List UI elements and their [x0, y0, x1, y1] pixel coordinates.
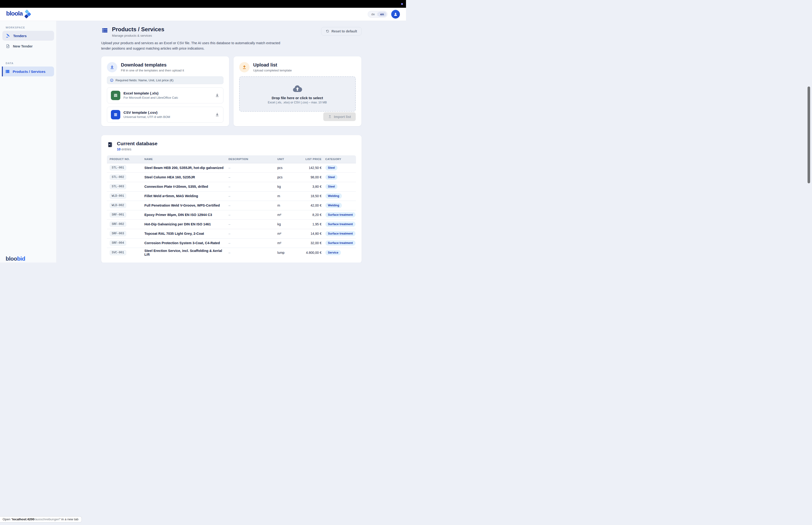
product-name: Steel Erection Service, incl. Scaffoldin… — [142, 249, 226, 256]
product-name: Steel Beam HEB 200, S355JR, hot-dip galv… — [142, 166, 226, 170]
sidebar-item-label: Products / Services — [13, 70, 45, 74]
upload-icon — [239, 62, 249, 72]
column-header-category: Category — [323, 158, 356, 161]
upload-card-title: Upload list — [253, 62, 292, 68]
product-unit: pcs — [275, 175, 296, 179]
table-row: SRF-002 Hot-Dip Galvanizing per DIN EN I… — [107, 220, 356, 229]
csv-template-title: CSV template (.csv) — [124, 110, 170, 115]
table-row: STL-002 Steel Column HEA 160, S235JR – p… — [107, 173, 356, 182]
product-list-price: 98,00 € — [296, 175, 323, 179]
sidebar-item-new-tender[interactable]: New Tender — [2, 41, 54, 51]
excel-template-row[interactable]: Excel template (.xls) For Microsoft Exce… — [107, 87, 224, 103]
product-unit: kg — [275, 222, 296, 226]
product-description: – — [226, 232, 275, 236]
download-csv-icon[interactable] — [215, 112, 219, 117]
product-description: – — [226, 194, 275, 198]
csv-template-row[interactable]: CSV template (.csv) Universal format, UT… — [107, 107, 224, 123]
product-description: – — [226, 251, 275, 255]
product-list-price: 1,95 € — [296, 222, 323, 226]
table-row: WLD-002 Full Penetration Weld V-Groove, … — [107, 201, 356, 210]
import-list-button[interactable]: Import list — [323, 112, 356, 121]
product-name: Topcoat RAL 7035 Light Grey, 2-Coat — [142, 232, 226, 236]
product-description: – — [226, 222, 275, 226]
system-top-bar — [0, 0, 406, 8]
category-badge: Service — [325, 250, 341, 255]
page-subtitle: Manage products & services — [112, 34, 165, 38]
category-badge: Steel — [325, 184, 338, 189]
download-excel-icon[interactable] — [215, 93, 219, 97]
upload-card-subtitle: Upload completed template — [253, 69, 292, 72]
sidebar: Workspace Tenders — [0, 21, 57, 262]
product-no-badge: WLD-001 — [110, 193, 126, 198]
app-header: bloola de en — [0, 8, 406, 21]
product-unit: m² — [275, 241, 296, 245]
download-card-title: Download templates — [121, 62, 184, 68]
sidebar-section-data: Data — [6, 62, 54, 65]
sidebar-item-products-services[interactable]: Products / Services — [2, 66, 54, 76]
product-no-badge: SRF-002 — [110, 222, 126, 227]
product-list-price: 32,00 € — [296, 241, 323, 245]
category-badge: Welding — [325, 203, 342, 208]
page-title: Products / Services — [112, 26, 165, 33]
product-description: – — [226, 213, 275, 217]
list-icon — [5, 69, 10, 74]
language-toggle: de en — [368, 11, 387, 18]
category-badge: Steel — [325, 175, 338, 180]
product-no-badge: SRF-001 — [110, 212, 126, 217]
excel-file-icon — [111, 91, 120, 100]
table-row: SVC-001 Steel Erection Service, incl. Sc… — [107, 248, 356, 257]
product-no-badge: STL-003 — [110, 184, 126, 189]
product-description: – — [226, 241, 275, 245]
current-database-card: Current database 10 entries Product no. … — [101, 135, 362, 262]
entries-count: 10 entries — [117, 147, 158, 151]
table-row: STL-003 Connection Plate t=20mm, S355, d… — [107, 182, 356, 192]
language-option-de[interactable]: de — [369, 12, 377, 17]
dropzone-hint: Excel (.xls, .xlsx) or CSV (.csv) – max.… — [268, 101, 327, 104]
product-name: Epoxy Primer 80µm, DIN EN ISO 12944 C3 — [142, 213, 226, 217]
language-option-en[interactable]: en — [378, 12, 386, 17]
sidebar-item-tenders[interactable]: Tenders — [2, 31, 54, 41]
product-unit: m² — [275, 232, 296, 236]
product-name: Corrosion Protection System 3-Coat, C4-R… — [142, 241, 226, 245]
bloola-logo[interactable]: bloola — [6, 10, 32, 19]
product-list-price: 18,50 € — [296, 194, 323, 198]
product-list-price: 42,00 € — [296, 204, 323, 207]
upload-list-card: Upload list Upload completed template Dr… — [233, 56, 361, 126]
excel-template-subtitle: For Microsoft Excel and LibreOffice Calc — [124, 96, 178, 100]
column-header-name: Name — [142, 158, 226, 161]
product-name: Steel Column HEA 160, S235JR — [142, 175, 226, 179]
file-dropzone[interactable]: Drop file here or click to select Excel … — [239, 76, 356, 111]
bloobid-footer-logo: bloobid — [6, 255, 25, 262]
reset-to-default-button[interactable]: Reset to default — [321, 27, 362, 35]
product-no-badge: SRF-003 — [110, 231, 126, 236]
table-header-row: Product no. Name Description Unit List p… — [107, 155, 356, 163]
download-templates-card: Download templates Fill in one of the te… — [101, 56, 229, 126]
product-name: Fillet Weld a=5mm, MAG Welding — [142, 194, 226, 198]
dropzone-title: Drop file here or click to select — [272, 96, 323, 100]
database-icon — [107, 141, 113, 148]
product-unit: m² — [275, 213, 296, 217]
product-unit: m — [275, 204, 296, 207]
product-unit: lump — [275, 251, 296, 255]
csv-file-icon — [111, 110, 120, 119]
upload-icon — [328, 115, 332, 118]
product-list-price: 3,80 € — [296, 185, 323, 189]
database-title: Current database — [117, 141, 158, 146]
download-card-subtitle: Fill in one of the templates and then up… — [121, 69, 184, 72]
gavel-icon — [6, 33, 10, 38]
file-upload-icon — [6, 44, 10, 48]
csv-template-subtitle: Universal format, UTF-8 with BOM — [124, 115, 170, 119]
product-unit: pcs — [275, 166, 296, 170]
user-avatar-button[interactable] — [391, 10, 400, 18]
product-no-badge: SVC-001 — [110, 250, 126, 255]
info-icon — [110, 78, 113, 82]
column-header-description: Description — [226, 158, 275, 161]
sidebar-section-workspace: Workspace — [6, 26, 54, 29]
table-row: SRF-003 Topcoat RAL 7035 Light Grey, 2-C… — [107, 229, 356, 239]
sidebar-item-label: New Tender — [13, 44, 33, 48]
column-header-unit: Unit — [275, 158, 296, 161]
category-badge: Surface treatment — [325, 212, 355, 217]
product-no-badge: WLD-002 — [110, 203, 126, 208]
product-list-price: 14,80 € — [296, 232, 323, 236]
product-no-badge: STL-001 — [110, 165, 126, 170]
